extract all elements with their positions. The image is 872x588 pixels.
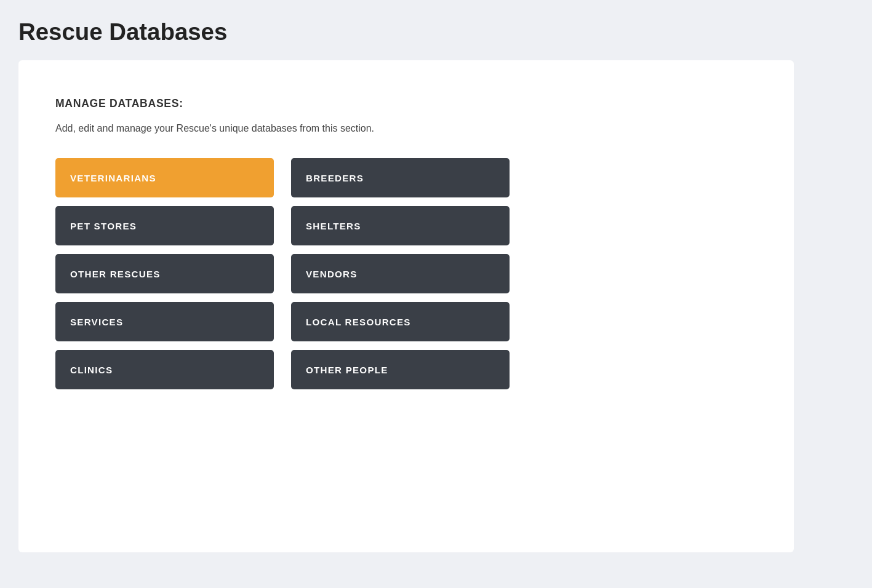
db-button-pet-stores[interactable]: PET STORES	[55, 206, 274, 245]
db-button-vendors[interactable]: VENDORS	[291, 254, 510, 293]
section-heading: MANAGE DATABASES:	[55, 97, 757, 110]
section-description: Add, edit and manage your Rescue's uniqu…	[55, 121, 757, 136]
page-title: Rescue Databases	[18, 18, 854, 46]
db-button-other-rescues[interactable]: OTHER RESCUES	[55, 254, 274, 293]
main-card: MANAGE DATABASES: Add, edit and manage y…	[18, 60, 794, 552]
db-button-other-people[interactable]: OTHER PEOPLE	[291, 350, 510, 389]
db-button-services[interactable]: SERVICES	[55, 302, 274, 341]
db-button-clinics[interactable]: CLINICS	[55, 350, 274, 389]
db-button-local-resources[interactable]: LOCAL RESOURCES	[291, 302, 510, 341]
db-button-shelters[interactable]: SHELTERS	[291, 206, 510, 245]
db-button-breeders[interactable]: BREEDERS	[291, 158, 510, 197]
db-button-veterinarians[interactable]: VETERINARIANS	[55, 158, 274, 197]
database-button-grid: VETERINARIANSBREEDERSPET STORESSHELTERSO…	[55, 158, 757, 389]
